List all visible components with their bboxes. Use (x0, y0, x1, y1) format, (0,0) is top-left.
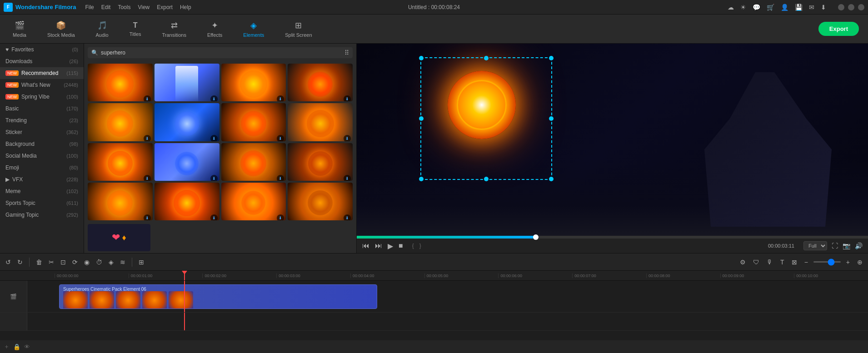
toolbar-effects[interactable]: ✦ Effects (204, 19, 226, 40)
eye-track-icon[interactable]: 👁 (24, 343, 30, 350)
zoom-out-button[interactable]: − (803, 258, 810, 267)
progress-thumb[interactable] (533, 234, 539, 240)
menu-edit[interactable]: Edit (101, 4, 111, 10)
sidebar-item-favorites[interactable]: ♥Favorites (0) (0, 44, 84, 55)
element-card[interactable]: ⬇ Superheroes Cinematic ... (88, 183, 153, 220)
speed-button[interactable]: ⏱ (94, 258, 104, 267)
cart-icon[interactable]: 🛒 (767, 4, 774, 11)
menu-export[interactable]: Export (157, 4, 173, 10)
element-card[interactable]: ⬇ Superheroes Cinematic ... (221, 64, 286, 101)
element-card[interactable]: ⬇ Superheroes Cinematic ... (155, 103, 219, 141)
quality-select[interactable]: Full 1/2 1/4 (803, 241, 827, 250)
element-card[interactable]: ⬇ Superheroes Cinematic ... (288, 183, 353, 220)
color-button[interactable]: ◉ (82, 258, 91, 267)
toolbar-titles[interactable]: T Titles (126, 20, 145, 39)
lock-track-icon[interactable]: 🔒 (13, 343, 20, 350)
menu-tools[interactable]: Tools (118, 4, 130, 10)
zoom-slider[interactable] (813, 261, 841, 263)
delete-button[interactable]: 🗑 (34, 258, 44, 267)
element-card[interactable]: ⬇ Superheroes Cinematic ... (155, 64, 219, 101)
reset-button[interactable]: ⟳ (70, 258, 80, 267)
element-card[interactable]: ⬇ Superheroes Cinematic ... (155, 183, 219, 220)
crop-button[interactable]: ⊡ (59, 258, 68, 267)
audio-detach-button[interactable]: ≋ (118, 258, 127, 267)
text-button[interactable]: T (778, 258, 786, 267)
sidebar-item-recommended[interactable]: NEWRecommended (115) (0, 67, 84, 79)
sidebar-item-whats-new[interactable]: NEWWhat's New (2448) (0, 79, 84, 91)
menu-help[interactable]: Help (180, 4, 191, 10)
toolbar-stock-media[interactable]: 📦 Stock Media (44, 19, 79, 40)
sidebar-item-background[interactable]: Background (98) (0, 138, 84, 150)
close-button[interactable]: ✕ (858, 4, 864, 10)
element-card[interactable]: ⬇ Superheroes Cinematic ... (221, 143, 286, 181)
download-icon[interactable]: ⬇ (821, 4, 826, 11)
progress-bar-container[interactable] (357, 236, 868, 239)
snap-button[interactable]: ⊞ (137, 258, 146, 267)
element-card[interactable]: ⬇ Superheroes Cinematic ... (155, 143, 219, 181)
sidebar-item-trending[interactable]: Trending (23) (0, 114, 84, 126)
stabilize-button[interactable]: ◈ (107, 258, 115, 267)
sidebar-item-vfx[interactable]: ▶VFX (228) (0, 174, 84, 185)
maximize-button[interactable]: □ (848, 4, 854, 10)
download-icon: ⬇ (344, 214, 351, 220)
sidebar-item-sports-topic[interactable]: Sports Topic (611) (0, 197, 84, 209)
clip-block[interactable]: Superheroes Cinematic Pack Element 06 (59, 284, 377, 309)
toolbar-elements[interactable]: ◈ Elements (239, 19, 268, 40)
element-card[interactable]: ⬇ Superheroes Cinematic ... (288, 64, 353, 101)
redo-button[interactable]: ↻ (15, 258, 25, 267)
minimize-button[interactable]: ─ (838, 4, 844, 10)
element-card-partial[interactable]: ❤ ♦ (88, 224, 150, 251)
zoom-in-button[interactable]: + (844, 258, 852, 267)
mail-icon[interactable]: ✉ (809, 4, 814, 11)
sidebar-item-meme[interactable]: Meme (102) (0, 185, 84, 197)
prev-button[interactable]: ⏮ (362, 242, 369, 250)
add-mark-button[interactable]: ⊕ (855, 258, 864, 267)
add-track-icon[interactable]: ＋ (4, 343, 10, 351)
search-input[interactable] (101, 50, 342, 56)
shield-button[interactable]: 🛡 (751, 258, 761, 267)
element-card[interactable]: ⬇ Superheroes Cinematic ... (288, 143, 353, 181)
toolbar-split-screen[interactable]: ⊞ Split Screen (281, 19, 315, 40)
toolbar-transitions[interactable]: ⇄ Transitions (159, 19, 190, 40)
sun-icon[interactable]: ☀ (740, 4, 746, 11)
menu-view[interactable]: View (138, 4, 150, 10)
element-card[interactable]: ⬇ Superheroes Cinematic ... (88, 103, 153, 141)
element-card[interactable]: ⬇ Superheroes Cinematic ... (221, 183, 286, 220)
export-button[interactable]: Export (818, 22, 859, 36)
element-card[interactable]: ⬇ Superheroes Cinematic ... (88, 64, 153, 101)
mic-timeline-button[interactable]: 🎙 (765, 258, 775, 267)
step-back-button[interactable]: ⏭ (375, 242, 382, 250)
volume-icon[interactable]: 🔊 (855, 242, 863, 249)
sidebar-item-emoji[interactable]: Emoji (80) (0, 162, 84, 174)
cut-button[interactable]: ✂ (47, 258, 56, 267)
sidebar-item-sticker[interactable]: Sticker (362) (0, 126, 84, 138)
play-button[interactable]: ▶ (388, 242, 393, 250)
element-card[interactable]: ⬇ Superheroes Cinematic ... (88, 143, 153, 181)
user-icon[interactable]: 👤 (781, 4, 788, 11)
mosaic-button[interactable]: ⊠ (790, 258, 799, 267)
menu-file[interactable]: File (85, 4, 94, 10)
sidebar-item-gaming-topic[interactable]: Gaming Topic (292) (0, 209, 84, 221)
sidebar-item-downloads[interactable]: Downloads (26) (0, 55, 84, 67)
transitions-label: Transitions (162, 32, 186, 38)
toolbar-media[interactable]: 🎬 Media (9, 19, 30, 40)
search-bar: 🔍 ⠿ (88, 47, 353, 58)
element-card[interactable]: ⬇ Superheroes Cinematic ... (288, 103, 353, 141)
cloud-icon[interactable]: ☁ (728, 4, 734, 11)
camera-capture-icon[interactable]: 📷 (843, 242, 850, 249)
toolbar-audio[interactable]: 🎵 Audio (92, 19, 112, 40)
empty-track-playhead (184, 313, 185, 330)
element-card[interactable]: ⬇ Superheroes Cinematic ... (221, 103, 286, 141)
clip-thumb-5 (169, 291, 193, 309)
sidebar-item-basic[interactable]: Basic (170) (0, 103, 84, 114)
stop-button[interactable]: ■ (399, 242, 403, 250)
sidebar-item-spring-vibe[interactable]: NEWSpring Vibe (100) (0, 91, 84, 103)
fullscreen-icon[interactable]: ⛶ (832, 242, 838, 249)
element-thumbnail: ⬇ (288, 64, 353, 101)
settings-button[interactable]: ⚙ (738, 258, 748, 267)
message-icon[interactable]: 💬 (753, 4, 760, 11)
sidebar-item-social-media[interactable]: Social Media (100) (0, 150, 84, 162)
undo-button[interactable]: ↺ (4, 258, 13, 267)
save-icon[interactable]: 💾 (795, 4, 803, 11)
grid-toggle-button[interactable]: ⠿ (344, 49, 349, 56)
